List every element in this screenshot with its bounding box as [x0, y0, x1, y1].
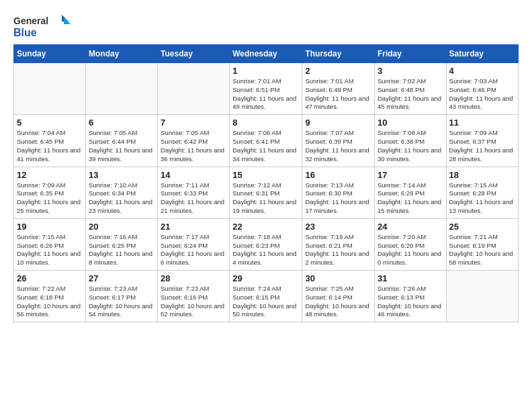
weekday-header-row: Sunday Monday Tuesday Wednesday Thursday… [14, 45, 519, 63]
calendar-cell [446, 271, 518, 322]
cell-text: Sunrise: 7:05 AM Sunset: 6:44 PM Dayligh… [89, 129, 154, 163]
day-number: 25 [449, 222, 515, 232]
calendar-week-row: 1Sunrise: 7:01 AM Sunset: 6:51 PM Daylig… [14, 63, 519, 115]
calendar-cell: 20Sunrise: 7:16 AM Sunset: 6:25 PM Dayli… [85, 218, 157, 270]
cell-text: Sunrise: 7:18 AM Sunset: 6:23 PM Dayligh… [232, 233, 299, 267]
cell-text: Sunrise: 7:19 AM Sunset: 6:21 PM Dayligh… [305, 233, 371, 267]
calendar-cell: 19Sunrise: 7:15 AM Sunset: 6:26 PM Dayli… [14, 218, 86, 270]
day-number: 30 [305, 273, 371, 283]
calendar-cell: 9Sunrise: 7:07 AM Sunset: 6:39 PM Daylig… [302, 115, 375, 167]
day-number: 21 [161, 222, 226, 232]
day-number: 26 [17, 273, 83, 283]
cell-text: Sunrise: 7:26 AM Sunset: 6:13 PM Dayligh… [378, 285, 443, 319]
header-wednesday: Wednesday [230, 45, 302, 63]
day-number: 11 [449, 118, 515, 128]
cell-text: Sunrise: 7:02 AM Sunset: 6:48 PM Dayligh… [378, 77, 443, 111]
day-number: 18 [449, 170, 515, 180]
calendar-cell: 31Sunrise: 7:26 AM Sunset: 6:13 PM Dayli… [374, 271, 446, 322]
cell-text: Sunrise: 7:25 AM Sunset: 6:14 PM Dayligh… [305, 285, 371, 319]
day-number: 13 [89, 170, 154, 180]
cell-text: Sunrise: 7:15 AM Sunset: 6:28 PM Dayligh… [449, 181, 515, 216]
svg-text:General: General [13, 15, 48, 26]
cell-text: Sunrise: 7:08 AM Sunset: 6:38 PM Dayligh… [378, 129, 443, 163]
day-number: 22 [232, 222, 299, 232]
calendar-cell: 7Sunrise: 7:05 AM Sunset: 6:42 PM Daylig… [158, 115, 230, 167]
day-number: 9 [305, 118, 371, 128]
day-number: 8 [232, 118, 299, 128]
cell-text: Sunrise: 7:03 AM Sunset: 6:46 PM Dayligh… [449, 77, 515, 111]
day-number: 6 [89, 118, 154, 128]
day-number: 28 [161, 273, 226, 283]
day-number: 12 [17, 170, 83, 180]
cell-text: Sunrise: 7:09 AM Sunset: 6:35 PM Dayligh… [17, 181, 83, 216]
day-number: 7 [161, 118, 226, 128]
day-number: 15 [232, 170, 299, 180]
cell-text: Sunrise: 7:14 AM Sunset: 6:29 PM Dayligh… [378, 181, 443, 216]
day-number: 10 [378, 118, 443, 128]
calendar-cell [158, 63, 230, 115]
calendar-cell [85, 63, 157, 115]
calendar-cell: 21Sunrise: 7:17 AM Sunset: 6:24 PM Dayli… [158, 218, 230, 270]
day-number: 4 [449, 66, 515, 76]
header-saturday: Saturday [446, 45, 518, 63]
header-sunday: Sunday [14, 45, 86, 63]
cell-text: Sunrise: 7:21 AM Sunset: 6:19 PM Dayligh… [449, 233, 515, 267]
calendar-cell: 4Sunrise: 7:03 AM Sunset: 6:46 PM Daylig… [446, 63, 518, 115]
cell-text: Sunrise: 7:12 AM Sunset: 6:31 PM Dayligh… [232, 181, 299, 216]
day-number: 23 [305, 222, 371, 232]
cell-text: Sunrise: 7:15 AM Sunset: 6:26 PM Dayligh… [17, 233, 83, 267]
calendar-cell: 24Sunrise: 7:20 AM Sunset: 6:20 PM Dayli… [374, 218, 446, 270]
day-number: 19 [17, 222, 83, 232]
calendar-cell: 29Sunrise: 7:24 AM Sunset: 6:15 PM Dayli… [230, 271, 302, 322]
svg-marker-2 [64, 17, 71, 24]
logo: General Blue [13, 13, 74, 40]
cell-text: Sunrise: 7:13 AM Sunset: 6:30 PM Dayligh… [305, 181, 371, 216]
calendar-cell: 6Sunrise: 7:05 AM Sunset: 6:44 PM Daylig… [85, 115, 157, 167]
cell-text: Sunrise: 7:09 AM Sunset: 6:37 PM Dayligh… [449, 129, 515, 163]
day-number: 1 [232, 66, 299, 76]
calendar-cell: 22Sunrise: 7:18 AM Sunset: 6:23 PM Dayli… [230, 218, 302, 270]
cell-text: Sunrise: 7:05 AM Sunset: 6:42 PM Dayligh… [161, 129, 226, 163]
calendar-cell: 12Sunrise: 7:09 AM Sunset: 6:35 PM Dayli… [14, 167, 86, 218]
header-thursday: Thursday [302, 45, 375, 63]
svg-text:Blue: Blue [13, 27, 37, 38]
cell-text: Sunrise: 7:10 AM Sunset: 6:34 PM Dayligh… [89, 181, 154, 216]
header: General Blue [13, 13, 519, 40]
day-number: 14 [161, 170, 226, 180]
calendar-cell: 15Sunrise: 7:12 AM Sunset: 6:31 PM Dayli… [230, 167, 302, 218]
day-number: 27 [89, 273, 154, 283]
calendar-cell: 14Sunrise: 7:11 AM Sunset: 6:33 PM Dayli… [158, 167, 230, 218]
calendar-cell: 27Sunrise: 7:23 AM Sunset: 6:17 PM Dayli… [85, 271, 157, 322]
calendar-cell: 8Sunrise: 7:06 AM Sunset: 6:41 PM Daylig… [230, 115, 302, 167]
calendar-cell: 17Sunrise: 7:14 AM Sunset: 6:29 PM Dayli… [374, 167, 446, 218]
calendar-cell: 3Sunrise: 7:02 AM Sunset: 6:48 PM Daylig… [374, 63, 446, 115]
cell-text: Sunrise: 7:23 AM Sunset: 6:17 PM Dayligh… [89, 285, 154, 319]
day-number: 16 [305, 170, 371, 180]
header-friday: Friday [374, 45, 446, 63]
cell-text: Sunrise: 7:22 AM Sunset: 6:18 PM Dayligh… [17, 285, 83, 319]
calendar-table: Sunday Monday Tuesday Wednesday Thursday… [13, 44, 519, 322]
calendar-cell: 11Sunrise: 7:09 AM Sunset: 6:37 PM Dayli… [446, 115, 518, 167]
calendar-cell: 13Sunrise: 7:10 AM Sunset: 6:34 PM Dayli… [85, 167, 157, 218]
cell-text: Sunrise: 7:07 AM Sunset: 6:39 PM Dayligh… [305, 129, 371, 163]
header-tuesday: Tuesday [158, 45, 230, 63]
calendar-cell: 2Sunrise: 7:01 AM Sunset: 6:49 PM Daylig… [302, 63, 375, 115]
day-number: 5 [17, 118, 83, 128]
calendar-cell: 30Sunrise: 7:25 AM Sunset: 6:14 PM Dayli… [302, 271, 375, 322]
cell-text: Sunrise: 7:16 AM Sunset: 6:25 PM Dayligh… [89, 233, 154, 267]
calendar-cell: 26Sunrise: 7:22 AM Sunset: 6:18 PM Dayli… [14, 271, 86, 322]
cell-text: Sunrise: 7:17 AM Sunset: 6:24 PM Dayligh… [161, 233, 226, 267]
cell-text: Sunrise: 7:11 AM Sunset: 6:33 PM Dayligh… [161, 181, 226, 216]
cell-text: Sunrise: 7:06 AM Sunset: 6:41 PM Dayligh… [232, 129, 299, 163]
calendar-cell: 28Sunrise: 7:23 AM Sunset: 6:16 PM Dayli… [158, 271, 230, 322]
calendar-week-row: 5Sunrise: 7:04 AM Sunset: 6:45 PM Daylig… [14, 115, 519, 167]
calendar-cell: 25Sunrise: 7:21 AM Sunset: 6:19 PM Dayli… [446, 218, 518, 270]
cell-text: Sunrise: 7:20 AM Sunset: 6:20 PM Dayligh… [378, 233, 443, 267]
cell-text: Sunrise: 7:04 AM Sunset: 6:45 PM Dayligh… [17, 129, 83, 163]
logo-svg: General Blue [13, 13, 74, 40]
day-number: 2 [305, 66, 371, 76]
day-number: 20 [89, 222, 154, 232]
day-number: 3 [378, 66, 443, 76]
calendar-cell: 23Sunrise: 7:19 AM Sunset: 6:21 PM Dayli… [302, 218, 375, 270]
calendar-cell: 5Sunrise: 7:04 AM Sunset: 6:45 PM Daylig… [14, 115, 86, 167]
